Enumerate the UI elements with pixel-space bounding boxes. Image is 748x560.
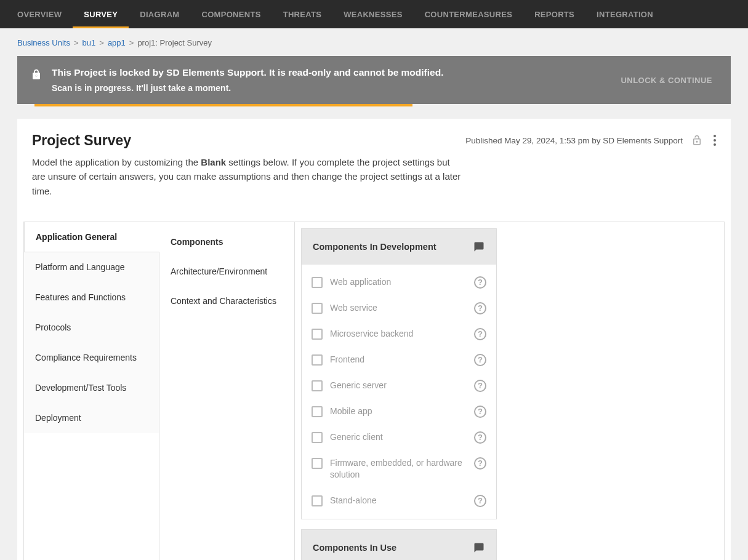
lock-icon xyxy=(31,68,42,81)
help-icon[interactable]: ? xyxy=(474,276,486,289)
sidebar-primary-item[interactable]: Deployment xyxy=(24,403,159,433)
checkbox[interactable] xyxy=(312,380,323,391)
nav-tab-overview[interactable]: OVERVIEW xyxy=(6,0,73,28)
option-row: Mobile app? xyxy=(302,399,496,425)
scan-progress-bar xyxy=(34,104,412,106)
checkbox[interactable] xyxy=(312,406,323,417)
nav-tab-threats[interactable]: THREATS xyxy=(272,0,333,28)
sidebar-secondary-item[interactable]: Context and Characteristics xyxy=(159,286,294,316)
checkbox[interactable] xyxy=(312,303,323,314)
nav-tab-diagram[interactable]: DIAGRAM xyxy=(129,0,190,28)
more-menu-icon[interactable] xyxy=(711,132,716,148)
sidebar-secondary-item[interactable]: Components xyxy=(159,227,294,257)
option-row: Generic client? xyxy=(302,425,496,450)
unlock-continue-button[interactable]: UNLOCK & CONTINUE xyxy=(616,73,717,87)
nav-tab-weaknesses[interactable]: WEAKNESSES xyxy=(332,0,413,28)
breadcrumb-link[interactable]: app1 xyxy=(108,38,126,47)
section-title: Components In Use xyxy=(313,543,396,553)
option-row: Generic server? xyxy=(302,373,496,399)
lock-banner-title: This Project is locked by SD Elements Su… xyxy=(52,67,443,78)
section-body: Web application?Web service?Microservice… xyxy=(302,265,496,519)
option-row: Web service? xyxy=(302,295,496,321)
option-row: Firmware, embedded, or hardware solution… xyxy=(302,450,496,488)
breadcrumb-link[interactable]: Business Units xyxy=(17,38,70,47)
option-label: Microservice backend xyxy=(330,328,467,340)
option-label: Firmware, embedded, or hardware solution xyxy=(330,457,467,481)
section-header: Components In Development xyxy=(302,229,496,265)
section-card: Components In DevelopmentWeb application… xyxy=(301,228,497,519)
comment-icon[interactable] xyxy=(473,241,485,252)
desc-pre: Model the application by customizing the xyxy=(32,157,201,167)
help-icon[interactable]: ? xyxy=(474,380,486,392)
nav-tab-survey[interactable]: SURVEY xyxy=(73,0,129,28)
lock-banner: This Project is locked by SD Elements Su… xyxy=(17,56,731,104)
section-card: Components In Use xyxy=(301,529,497,560)
top-nav: OVERVIEWSURVEYDIAGRAMCOMPONENTSTHREATSWE… xyxy=(0,0,748,28)
sidebar-primary-item[interactable]: Platform and Language xyxy=(24,252,159,282)
checkbox[interactable] xyxy=(312,458,323,469)
help-icon[interactable]: ? xyxy=(474,328,486,340)
sidebar-primary-item[interactable]: Features and Functions xyxy=(24,282,159,313)
sidebar-primary-item[interactable]: Compliance Requirements xyxy=(24,343,159,373)
help-icon[interactable]: ? xyxy=(474,457,486,470)
breadcrumb-link[interactable]: bu1 xyxy=(82,38,96,47)
page-title: Project Survey xyxy=(32,132,465,149)
help-icon[interactable]: ? xyxy=(474,302,486,314)
option-row: Frontend? xyxy=(302,347,496,373)
section-header: Components In Use xyxy=(302,530,496,560)
option-row: Stand-alone? xyxy=(302,488,496,514)
option-label: Mobile app xyxy=(330,406,467,418)
content-card: Project Survey Model the application by … xyxy=(17,119,731,560)
sidebar-primary-item[interactable]: Development/Test Tools xyxy=(24,373,159,403)
comment-icon[interactable] xyxy=(473,542,485,553)
sidebar-primary-item[interactable]: Application General xyxy=(24,222,159,252)
nav-tab-countermeasures[interactable]: COUNTERMEASURES xyxy=(414,0,523,28)
page-description: Model the application by customizing the… xyxy=(32,155,465,198)
breadcrumb-current: proj1: Project Survey xyxy=(137,38,212,47)
checkbox[interactable] xyxy=(312,277,323,288)
nav-tab-integration[interactable]: INTEGRATION xyxy=(585,0,664,28)
breadcrumb-separator: > xyxy=(129,38,134,47)
option-label: Generic server xyxy=(330,380,467,392)
option-label: Generic client xyxy=(330,431,467,444)
checkbox[interactable] xyxy=(312,432,323,443)
main-panel: Components In DevelopmentWeb application… xyxy=(295,222,724,560)
sidebar-primary: Application GeneralPlatform and Language… xyxy=(24,222,159,560)
help-icon[interactable]: ? xyxy=(474,495,486,507)
section-title: Components In Development xyxy=(313,242,436,252)
option-label: Web application xyxy=(330,276,467,289)
breadcrumb-separator: > xyxy=(74,38,79,47)
help-icon[interactable]: ? xyxy=(474,406,486,418)
option-label: Stand-alone xyxy=(330,495,467,507)
published-info: Published May 29, 2024, 1:53 pm by SD El… xyxy=(465,136,683,145)
sidebar-primary-item[interactable]: Protocols xyxy=(24,313,159,343)
desc-bold: Blank xyxy=(201,157,226,167)
sidebar-secondary-item[interactable]: Architecture/Environment xyxy=(159,257,294,286)
help-icon[interactable]: ? xyxy=(474,354,486,366)
sidebar-secondary: ComponentsArchitecture/EnvironmentContex… xyxy=(159,222,295,560)
option-row: Web application? xyxy=(302,270,496,295)
option-row: Microservice backend? xyxy=(302,321,496,347)
help-icon[interactable]: ? xyxy=(474,431,486,444)
survey-body: Application GeneralPlatform and Language… xyxy=(23,222,725,560)
option-label: Web service xyxy=(330,302,467,314)
checkbox[interactable] xyxy=(312,495,323,506)
nav-tab-reports[interactable]: REPORTS xyxy=(523,0,585,28)
lock-banner-subtitle: Scan is in progress. It'll just take a m… xyxy=(52,83,443,93)
checkbox[interactable] xyxy=(312,329,323,340)
nav-tab-components[interactable]: COMPONENTS xyxy=(190,0,271,28)
unlock-icon[interactable] xyxy=(691,134,702,146)
breadcrumb-separator: > xyxy=(99,38,104,47)
breadcrumb: Business Units>bu1>app1>proj1: Project S… xyxy=(0,28,748,56)
checkbox[interactable] xyxy=(312,354,323,366)
option-label: Frontend xyxy=(330,354,467,366)
